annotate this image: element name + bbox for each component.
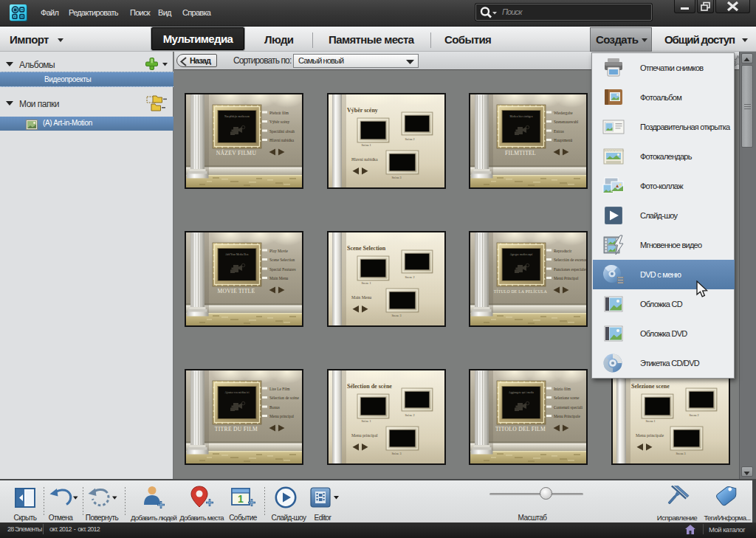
svg-text:Ajoutez vos médias ici: Ajoutez vos médias ici — [225, 391, 250, 394]
svg-text:Scena 2: Scena 2 — [689, 413, 698, 417]
svg-text:Scéna 1: Scéna 1 — [361, 143, 371, 147]
svg-text:FILMTITEL: FILMTITEL — [505, 150, 536, 156]
svg-text:Agregue medios aquí: Agregue medios aquí — [510, 253, 533, 256]
svg-text:Scena 1: Scena 1 — [645, 419, 655, 423]
svg-text:Bonus: Bonus — [269, 405, 280, 410]
svg-text:Hlavní nabídka: Hlavní nabídka — [269, 138, 295, 142]
svg-text:Speciální obsah: Speciální obsah — [269, 129, 295, 134]
svg-text:TITOLO DEL FILM: TITOLO DEL FILM — [495, 426, 546, 432]
svg-text:Add Your Media Here: Add Your Media Here — [225, 253, 249, 256]
svg-text:Scene Selection: Scene Selection — [347, 245, 386, 252]
svg-text:NÁZEV FILMU: NÁZEV FILMU — [216, 149, 257, 156]
svg-text:Sélection de scène: Sélection de scène — [347, 383, 392, 390]
svg-text:Selezione scene: Selezione scene — [631, 383, 670, 390]
svg-text:Special Features: Special Features — [269, 267, 295, 272]
svg-text:Výběr scény: Výběr scény — [347, 107, 378, 114]
svg-text:Menu principale: Menu principale — [636, 433, 664, 438]
svg-text:Scene Selection: Scene Selection — [269, 258, 295, 262]
svg-text:Scéna 3: Scéna 3 — [391, 176, 401, 179]
svg-text:Play Movie: Play Movie — [269, 249, 289, 253]
svg-text:Menú Principal: Menú Principal — [554, 276, 579, 280]
svg-text:Hlavní nabídka: Hlavní nabídka — [351, 157, 378, 162]
svg-text:TITRE DU FILM: TITRE DU FILM — [215, 426, 258, 432]
svg-text:Menu principal: Menu principal — [269, 414, 295, 418]
svg-text:Szenenauswahl: Szenenauswahl — [554, 120, 579, 124]
svg-text:Main Menu: Main Menu — [351, 295, 371, 300]
svg-text:Wiedergabe: Wiedergabe — [554, 111, 573, 115]
svg-text:Scene 3: Scene 3 — [391, 314, 401, 317]
svg-text:Nas přidejte media sem: Nas přidejte media sem — [224, 115, 250, 118]
svg-text:Medien hier einfügen: Medien hier einfügen — [510, 115, 533, 118]
svg-text:Aggiungete qui i media: Aggiungete qui i media — [509, 391, 534, 394]
svg-text:Scène 1: Scène 1 — [361, 419, 371, 423]
svg-text:Scena 3: Scena 3 — [676, 452, 685, 455]
svg-text:Inizio film: Inizio film — [554, 387, 571, 391]
svg-text:Scéna 2: Scéna 2 — [405, 137, 414, 141]
svg-text:Reproducir: Reproducir — [554, 249, 571, 253]
svg-text:Selezione scene: Selezione scene — [554, 396, 580, 400]
svg-text:Extras: Extras — [554, 129, 564, 134]
svg-text:Contenuti speciali: Contenuti speciali — [554, 405, 583, 410]
svg-text:TÍTULO DE LA PELÍCULA: TÍTULO DE LA PELÍCULA — [494, 289, 547, 294]
svg-text:Lire Le Film: Lire Le Film — [269, 387, 290, 391]
svg-text:Sélection de scène: Sélection de scène — [269, 396, 299, 400]
svg-text:1: 1 — [238, 493, 244, 505]
svg-text:Menu Principale: Menu Principale — [554, 414, 580, 418]
svg-text:Selección de escenas: Selección de escenas — [554, 258, 586, 262]
svg-text:Menu principal: Menu principal — [351, 433, 378, 438]
svg-text:Funciones especiales: Funciones especiales — [554, 267, 586, 272]
svg-text:MOVIE TITLE: MOVIE TITLE — [217, 288, 255, 294]
svg-text:Hauptmenü: Hauptmenü — [554, 138, 572, 142]
svg-text:Scène 2: Scène 2 — [405, 413, 414, 417]
svg-text:Scene 2: Scene 2 — [405, 275, 414, 279]
svg-text:Scene 1: Scene 1 — [361, 281, 371, 285]
svg-text:Main Menu: Main Menu — [269, 276, 289, 280]
svg-text:Scène 3: Scène 3 — [391, 452, 401, 455]
svg-text:Přehrát film: Přehrát film — [269, 111, 289, 115]
svg-text:Výběr scény: Výběr scény — [269, 120, 289, 124]
